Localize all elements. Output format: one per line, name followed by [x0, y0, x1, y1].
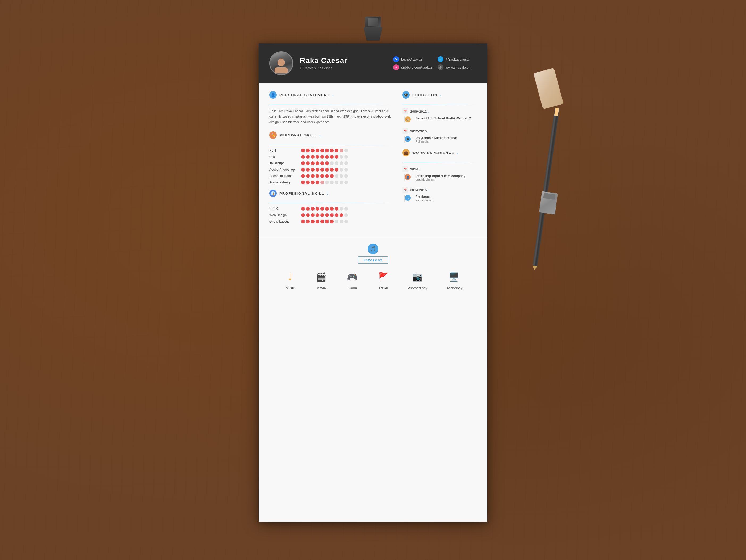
twitter-icon: 🐦	[438, 56, 443, 62]
technology-label: Technology	[445, 286, 463, 290]
work-year-2: 📅 2014-2015 .	[402, 187, 477, 193]
work-detail-2: Web designer	[415, 199, 434, 202]
interest-section: 🎵 Interest ♩ Music 🎬 Movie 🎮 Game 🚩	[259, 237, 487, 298]
dot	[320, 161, 324, 165]
dot	[325, 180, 329, 184]
skill-name-grid: Grid & Layout	[269, 220, 301, 223]
contact-twitter: 🐦 @raekazcaesar	[438, 56, 477, 62]
work-year-1: 📅 2014 .	[402, 166, 477, 172]
dribbble-icon: ●	[393, 64, 399, 70]
personal-skill-section: ✏️ PERSONAL SKILL . Html	[269, 131, 394, 184]
work-content-1: 👤 Internship triptrus.com company graphi…	[404, 174, 477, 181]
edu-year-2: 📅 2012-2015 .	[402, 128, 477, 134]
dot	[301, 220, 305, 223]
dot	[320, 149, 324, 152]
be-url: be.net/raekaz	[401, 57, 422, 61]
edu-content-1: 🏫 Senior High School Budhi Warman 2	[404, 116, 477, 122]
dot	[320, 168, 324, 171]
edu-info-1: Senior High School Budhi Warman 2	[415, 116, 471, 120]
dot	[316, 161, 319, 165]
education-section: 🎓 EDUCATION . 📅 2009-2012 . 🏫	[402, 91, 477, 143]
skill-dots-webdesign	[301, 213, 348, 217]
photography-label: Photography	[407, 286, 427, 290]
personal-text: Hello i am Raka Caesar, i am professiona…	[269, 109, 394, 125]
dot	[344, 207, 348, 211]
dot	[311, 207, 315, 211]
dot	[335, 180, 339, 184]
dot	[311, 161, 315, 165]
calendar-icon: 📅	[402, 109, 408, 114]
dot	[306, 174, 310, 178]
candidate-name: Raka Caesar	[300, 56, 382, 65]
skill-name-css: Css	[269, 155, 301, 159]
dot	[325, 168, 329, 171]
dot	[301, 161, 305, 165]
personal-icon: 👤	[269, 91, 277, 99]
edu-content-2: 🎓 Polytechnic Media Creative Polimedia	[404, 136, 477, 143]
game-icon: 🎮	[346, 270, 359, 283]
edu-item-2: 📅 2012-2015 . 🎓 Polytechnic Media Creati…	[402, 128, 477, 143]
pro-dot: .	[327, 191, 328, 196]
skill-dots-html	[301, 149, 348, 152]
dot	[306, 213, 310, 217]
dot	[320, 174, 324, 178]
dot	[301, 155, 305, 159]
resume-body: 👤 PERSONAL STATEMENT . Hello i am Raka C…	[259, 83, 487, 237]
skill-icon: ✏️	[269, 131, 277, 139]
dot	[306, 220, 310, 223]
dot	[311, 174, 315, 178]
interest-music: ♩ Music	[283, 270, 297, 290]
header-name-block: Raka Caesar UI & Web Designer	[300, 56, 382, 70]
dot	[344, 161, 348, 165]
dot	[335, 213, 339, 217]
dot	[301, 213, 305, 217]
dot	[306, 168, 310, 171]
personal-skill-title: ✏️ PERSONAL SKILL .	[269, 131, 394, 140]
work-content-2: 🔧 Freelance Web designer	[404, 195, 477, 202]
work-experience-heading: WORK EXPERIENCE	[412, 151, 455, 155]
dot	[330, 220, 334, 223]
resume-paper: Raka Caesar UI & Web Designer Be be.net/…	[259, 43, 487, 522]
music-icon: ♩	[283, 270, 297, 283]
dot	[330, 161, 334, 165]
dot	[320, 207, 324, 211]
work-item-1: 📅 2014 . 👤 Internship triptrus.com compa…	[402, 166, 477, 181]
dot	[320, 155, 324, 159]
dot	[320, 220, 324, 223]
contact-web: ◎ www.snaptif.com	[438, 64, 477, 70]
education-heading: EDUCATION	[412, 93, 437, 97]
edu-institution-1: Senior High School Budhi Warman 2	[415, 116, 471, 120]
dot	[316, 168, 319, 171]
dot	[335, 220, 339, 223]
work-experience-title: 💼 WORK EXPERIENCE .	[402, 149, 477, 158]
edu-years-1: 2009-2012 .	[410, 110, 429, 114]
technology-icon: 🖥️	[447, 270, 460, 283]
dot	[316, 174, 319, 178]
dot	[330, 213, 334, 217]
scene: Raka Caesar UI & Web Designer Be be.net/…	[160, 27, 586, 533]
dot	[335, 161, 339, 165]
contact-be: Be be.net/raekaz	[393, 56, 432, 62]
skill-name-webdesign: Web Design	[269, 213, 301, 217]
profesional-skill-heading: PROFESIONAL SKILL	[280, 192, 324, 195]
dot	[311, 180, 315, 184]
dot	[311, 220, 315, 223]
work-item-2: 📅 2014-2015 . 🔧 Freelance Web designer	[402, 187, 477, 202]
edu-years-2: 2012-2015 .	[410, 129, 429, 133]
avatar	[269, 51, 293, 75]
dot	[325, 161, 329, 165]
travel-label: Travel	[379, 286, 388, 290]
dot	[325, 174, 329, 178]
dot	[340, 180, 343, 184]
dot	[306, 207, 310, 211]
skill-name-photoshop: Adobe Photoshop	[269, 168, 301, 171]
movie-icon: 🎬	[315, 270, 328, 283]
dot	[311, 213, 315, 217]
skill-css: Css	[269, 155, 394, 159]
dot	[330, 207, 334, 211]
dot	[311, 168, 315, 171]
personal-statement-title: 👤 PERSONAL STATEMENT .	[269, 91, 394, 100]
dot	[344, 155, 348, 159]
skill-js: Javascript	[269, 161, 394, 165]
personal-statement-section: 👤 PERSONAL STATEMENT . Hello i am Raka C…	[269, 91, 394, 125]
